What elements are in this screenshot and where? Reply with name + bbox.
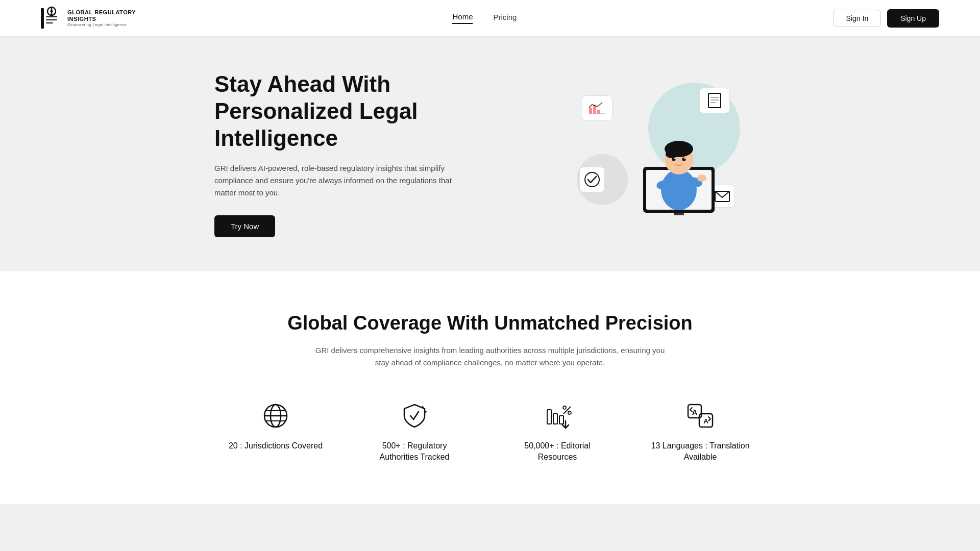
svg-rect-9 [597, 110, 600, 114]
navbar: GLOBAL REGULATORY INSIGHTS Empowering Le… [0, 0, 980, 37]
chart-down-percent-icon [541, 399, 574, 432]
hero-section: Stay Ahead With Personalized Legal Intel… [0, 37, 980, 271]
feature-resources: 50,000+ : Editorial Resources [506, 399, 608, 463]
logo-subtitle: Empowering Legal Intelligence [67, 22, 136, 28]
feature-jurisdictions-label: 20 : Jurisdictions Covered [229, 440, 323, 452]
float-card-check [579, 167, 605, 192]
nav-pricing[interactable]: Pricing [493, 13, 517, 23]
svg-point-29 [682, 158, 686, 161]
hero-title-line2: Personalized Legal Intelligence [214, 98, 418, 151]
hero-content: Stay Ahead With Personalized Legal Intel… [214, 71, 510, 237]
svg-rect-6 [46, 22, 53, 23]
logo-title2: INSIGHTS [67, 16, 136, 22]
translate-icon: A A [684, 399, 717, 432]
svg-text:A: A [703, 417, 708, 425]
svg-rect-4 [46, 16, 57, 17]
svg-point-45 [568, 411, 571, 414]
shield-check-icon [398, 399, 431, 432]
svg-rect-5 [46, 19, 57, 20]
feature-authorities-label: 500+ : Regulatory Authorities Tracked [363, 440, 465, 463]
svg-point-21 [661, 169, 697, 210]
svg-rect-7 [589, 108, 592, 114]
svg-point-31 [684, 158, 685, 159]
svg-point-3 [51, 10, 53, 12]
features-section: Global Coverage With Unmatched Precision… [0, 271, 980, 504]
feature-authorities: 500+ : Regulatory Authorities Tracked [363, 399, 465, 463]
features-title: Global Coverage With Unmatched Precision [82, 312, 898, 334]
try-now-button[interactable]: Try Now [214, 215, 275, 237]
svg-point-30 [674, 158, 675, 159]
svg-point-27 [666, 150, 678, 158]
signup-button[interactable]: Sign Up [887, 9, 939, 28]
nav-links: Home Pricing [452, 12, 517, 24]
feature-jurisdictions: 20 : Jurisdictions Covered [229, 399, 323, 463]
features-grid: 20 : Jurisdictions Covered 500+ : Regula… [82, 399, 898, 463]
svg-rect-41 [547, 410, 551, 424]
feature-languages: A A 13 Languages : Translation Available [649, 399, 751, 463]
globe-icon [259, 399, 292, 432]
feature-resources-label: 50,000+ : Editorial Resources [506, 440, 608, 463]
hero-title-line1: Stay Ahead With [214, 71, 390, 96]
logo: GLOBAL REGULATORY INSIGHTS Empowering Le… [41, 8, 136, 29]
hero-description: GRI delivers AI-powered, role-based regu… [214, 162, 459, 199]
nav-home[interactable]: Home [452, 12, 473, 24]
hero-illustration [551, 72, 766, 236]
signin-button[interactable]: Sign In [834, 10, 881, 27]
svg-text:A: A [692, 408, 697, 416]
svg-point-24 [697, 174, 706, 182]
float-card-chart [582, 95, 612, 121]
svg-point-28 [672, 158, 676, 161]
svg-point-44 [563, 406, 566, 409]
features-description: GRI delivers comprehensive insights from… [311, 344, 669, 369]
hero-title: Stay Ahead With Personalized Legal Intel… [214, 71, 510, 152]
svg-rect-0 [41, 8, 44, 29]
svg-line-46 [564, 407, 571, 414]
logo-icon [41, 8, 62, 29]
logo-text: GLOBAL REGULATORY INSIGHTS Empowering Le… [67, 9, 136, 28]
person-illustration [628, 88, 730, 217]
svg-rect-19 [674, 213, 684, 215]
nav-actions: Sign In Sign Up [834, 9, 939, 28]
feature-languages-label: 13 Languages : Translation Available [649, 440, 751, 463]
svg-rect-42 [553, 414, 557, 424]
logo-title: GLOBAL REGULATORY [67, 9, 136, 16]
svg-point-16 [585, 172, 599, 187]
svg-rect-43 [559, 416, 564, 424]
